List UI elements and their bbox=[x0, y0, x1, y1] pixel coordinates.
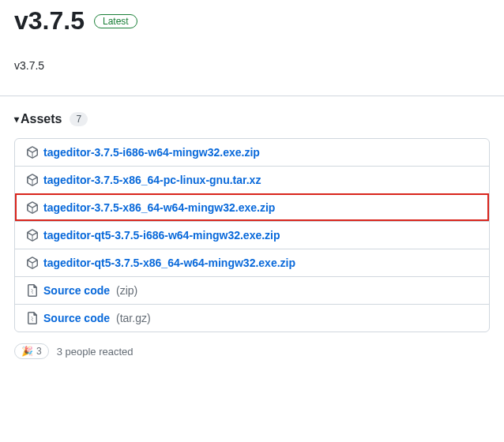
reaction-count: 3 bbox=[36, 346, 42, 357]
latest-badge: Latest bbox=[94, 14, 137, 28]
asset-row: tageditor-qt5-3.7.5-i686-w64-mingw32.exe… bbox=[15, 221, 489, 249]
asset-suffix: (tar.gz) bbox=[116, 312, 151, 324]
section-divider bbox=[0, 96, 504, 96]
asset-row: Source code(tar.gz) bbox=[15, 304, 489, 332]
asset-row: Source code(zip) bbox=[15, 276, 489, 304]
reaction-button[interactable]: 🎉 3 bbox=[14, 343, 49, 359]
disclosure-icon: ▾ bbox=[14, 114, 19, 125]
asset-link[interactable]: tageditor-3.7.5-x86_64-pc-linux-gnu.tar.… bbox=[43, 174, 261, 186]
release-body: v3.7.5 bbox=[14, 59, 490, 72]
assets-count-badge: 7 bbox=[70, 112, 88, 126]
package-icon bbox=[26, 201, 39, 214]
asset-link[interactable]: tageditor-3.7.5-x86_64-w64-mingw32.exe.z… bbox=[43, 201, 275, 214]
asset-link[interactable]: Source code bbox=[43, 284, 110, 297]
tada-icon: 🎉 bbox=[21, 346, 33, 357]
asset-suffix: (zip) bbox=[116, 284, 137, 297]
asset-row: tageditor-3.7.5-x86_64-pc-linux-gnu.tar.… bbox=[15, 166, 489, 193]
release-title: v3.7.5 bbox=[14, 6, 85, 36]
asset-row: tageditor-3.7.5-i686-w64-mingw32.exe.zip bbox=[15, 139, 489, 166]
file-zip-icon bbox=[26, 312, 39, 324]
file-zip-icon bbox=[26, 284, 39, 297]
reaction-summary: 3 people reacted bbox=[57, 346, 134, 358]
package-icon bbox=[26, 174, 39, 186]
package-icon bbox=[26, 229, 39, 242]
asset-row: tageditor-qt5-3.7.5-x86_64-w64-mingw32.e… bbox=[15, 249, 489, 276]
assets-list: tageditor-3.7.5-i686-w64-mingw32.exe.zip… bbox=[14, 138, 490, 332]
asset-link[interactable]: tageditor-qt5-3.7.5-i686-w64-mingw32.exe… bbox=[43, 229, 280, 242]
assets-toggle[interactable]: ▾ Assets 7 bbox=[14, 112, 490, 126]
asset-row: tageditor-3.7.5-x86_64-w64-mingw32.exe.z… bbox=[15, 193, 489, 221]
package-icon bbox=[26, 257, 39, 269]
assets-label: Assets bbox=[21, 112, 62, 126]
package-icon bbox=[26, 146, 39, 159]
asset-link[interactable]: Source code bbox=[43, 312, 110, 324]
asset-link[interactable]: tageditor-3.7.5-i686-w64-mingw32.exe.zip bbox=[43, 146, 260, 159]
asset-link[interactable]: tageditor-qt5-3.7.5-x86_64-w64-mingw32.e… bbox=[43, 257, 295, 269]
